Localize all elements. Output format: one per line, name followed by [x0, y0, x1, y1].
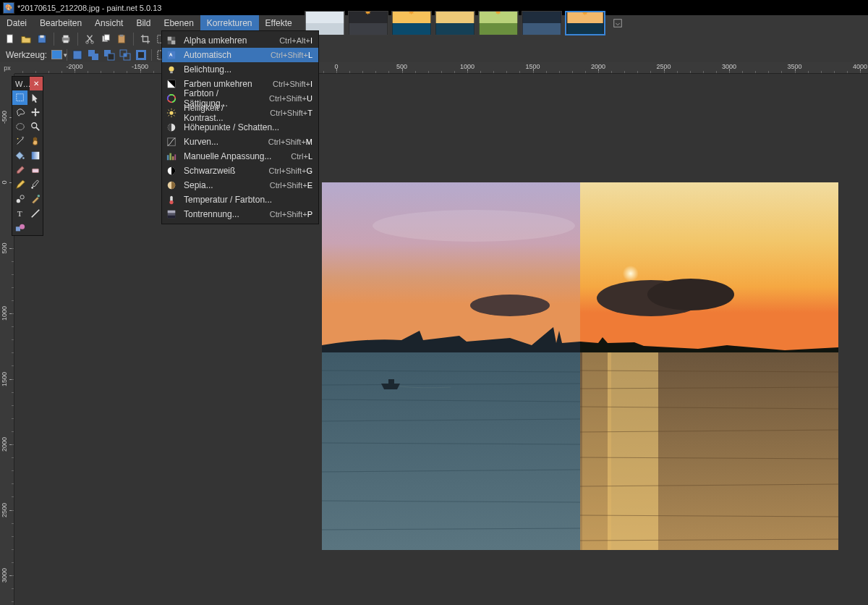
menuitem-shortcut: Ctrl+L	[291, 152, 312, 161]
wand-tool[interactable]	[12, 134, 27, 148]
menu-korrekturen[interactable]: Korrekturen	[200, 15, 259, 30]
document-thumb-3[interactable]	[435, 11, 475, 35]
curves-icon	[165, 136, 178, 148]
open-file-icon[interactable]	[20, 33, 32, 45]
new-file-icon[interactable]	[4, 33, 16, 45]
canvas-area[interactable]	[14, 74, 868, 605]
zoom-tool[interactable]	[27, 119, 43, 134]
menu-ebenen[interactable]: Ebenen	[157, 15, 200, 30]
svg-line-99	[174, 115, 174, 116]
recolor-tool[interactable]	[27, 192, 43, 206]
sepia-icon	[165, 179, 178, 191]
menuitem-bw[interactable]: Schwarzweiß Ctrl+Shift+G	[162, 164, 318, 178]
menu-bearbeiten[interactable]: Bearbeiten	[33, 15, 88, 30]
lasso-tool[interactable]	[12, 105, 27, 119]
menuitem-auto[interactable]: Automatisch Ctrl+Shift+L	[162, 48, 318, 62]
cut-icon[interactable]	[84, 33, 95, 45]
thumbnails-overflow-icon[interactable]	[613, 18, 623, 28]
eraser-tool[interactable]	[27, 163, 43, 177]
svg-point-45	[373, 210, 575, 242]
move-tool[interactable]	[27, 105, 43, 119]
menuitem-label: Belichtung...	[184, 64, 307, 75]
menuitem-alpha[interactable]: Alpha umkehren Ctrl+Alt+I	[162, 33, 318, 48]
svg-rect-105	[169, 153, 171, 161]
highshadow-icon	[165, 122, 178, 133]
svg-rect-66	[388, 379, 394, 384]
svg-rect-14	[613, 19, 621, 27]
pencil-tool[interactable]	[12, 177, 27, 192]
invert-icon	[165, 78, 178, 90]
svg-rect-6	[435, 12, 474, 23]
selmode-replace-icon[interactable]	[72, 49, 83, 61]
svg-point-77	[20, 195, 24, 199]
document-thumb-2[interactable]: ✸	[391, 11, 432, 35]
picker-tool[interactable]	[27, 177, 43, 192]
move-select-tool[interactable]	[27, 90, 43, 105]
svg-rect-74	[32, 169, 38, 172]
pan-tool[interactable]	[27, 134, 43, 148]
tool-select-dropdown[interactable]: ▼	[51, 50, 62, 59]
menubar: DateiBearbeitenAnsichtBildEbenenKorrektu…	[0, 15, 868, 30]
korrekturen-menu[interactable]: Alpha umkehren Ctrl+Alt+I Automatisch Ct…	[161, 30, 319, 224]
brush-tool[interactable]	[12, 163, 27, 177]
canvas-image	[322, 182, 838, 550]
document-thumb-1[interactable]: ✸	[348, 11, 388, 35]
svg-line-98	[169, 110, 169, 111]
menuitem-label: Schwarzweiß	[184, 166, 263, 176]
ruler-horizontal: -2000-1500-1000-500050010001500200025003…	[14, 62, 868, 74]
text-tool[interactable]: T	[12, 206, 27, 221]
svg-point-76	[16, 199, 20, 203]
menuitem-poster[interactable]: Tontrennung... Ctrl+Shift+P	[162, 207, 318, 221]
copy-icon[interactable]	[100, 33, 111, 45]
menuitem-bright[interactable]: Helligkeit / Kontrast... Ctrl+Shift+T	[162, 106, 318, 120]
svg-rect-15	[7, 34, 13, 42]
temp-icon	[165, 194, 178, 206]
svg-rect-0	[305, 12, 344, 23]
clone-tool[interactable]	[12, 192, 27, 206]
menuitem-curves[interactable]: Kurven... Ctrl+Shift+M	[162, 135, 318, 149]
svg-rect-28	[73, 51, 82, 59]
selmode-invert-icon[interactable]	[135, 49, 147, 61]
menu-effekte[interactable]: Effekte	[259, 15, 299, 30]
tool-options-bar: Werkzeug: ▼ A	[0, 47, 868, 62]
ruler-corner: px	[0, 62, 14, 74]
toolbox-title-text: W…	[15, 80, 30, 88]
selmode-subtract-icon[interactable]	[103, 49, 115, 61]
svg-rect-88	[170, 72, 173, 74]
rect-select-tool[interactable]	[12, 90, 27, 105]
document-thumb-6[interactable]: ✸	[565, 11, 605, 35]
menuitem-label: Farben umkehren	[184, 79, 267, 89]
print-icon[interactable]	[60, 33, 72, 45]
ellipse-select-tool[interactable]	[12, 119, 27, 134]
menuitem-bulb[interactable]: Belichtung...	[162, 62, 318, 77]
menuitem-manual[interactable]: Manuelle Anpassung... Ctrl+L	[162, 149, 318, 164]
menuitem-temp[interactable]: Temperatur / Farbton...	[162, 192, 318, 207]
paste-icon[interactable]	[116, 33, 127, 45]
fill-tool[interactable]	[12, 148, 27, 163]
save-icon[interactable]	[36, 33, 48, 45]
svg-rect-84	[168, 37, 171, 41]
toolbox-close-button[interactable]: ✕	[30, 77, 43, 90]
selmode-intersect-icon[interactable]	[119, 49, 131, 61]
selmode-add-icon[interactable]	[88, 49, 99, 61]
menuitem-highshadow[interactable]: Höhepunkte / Schatten...	[162, 120, 318, 135]
menuitem-sepia[interactable]: Sepia... Ctrl+Shift+E	[162, 178, 318, 192]
svg-rect-113	[168, 211, 176, 213]
document-thumb-5[interactable]	[522, 11, 562, 35]
menu-bild[interactable]: Bild	[129, 15, 157, 30]
line-tool[interactable]	[27, 206, 43, 221]
svg-rect-35	[124, 54, 127, 56]
shapes-tool[interactable]	[12, 221, 27, 235]
toolbox-title[interactable]: W… ✕	[12, 77, 43, 90]
gradient-tool[interactable]	[27, 148, 43, 163]
menuitem-shortcut: Ctrl+Shift+L	[271, 51, 312, 59]
document-thumb-4[interactable]: ✸	[478, 11, 519, 35]
menuitem-shortcut: Ctrl+Shift+P	[270, 210, 312, 219]
crop-icon[interactable]	[140, 33, 151, 45]
toolbox-panel[interactable]: W… ✕ T	[12, 76, 43, 236]
svg-rect-107	[174, 154, 176, 160]
app-icon: 🎨	[3, 2, 14, 14]
menuitem-label: Manuelle Anpassung...	[184, 151, 285, 161]
menu-datei[interactable]: Datei	[0, 15, 33, 30]
menu-ansicht[interactable]: Ansicht	[88, 15, 129, 30]
